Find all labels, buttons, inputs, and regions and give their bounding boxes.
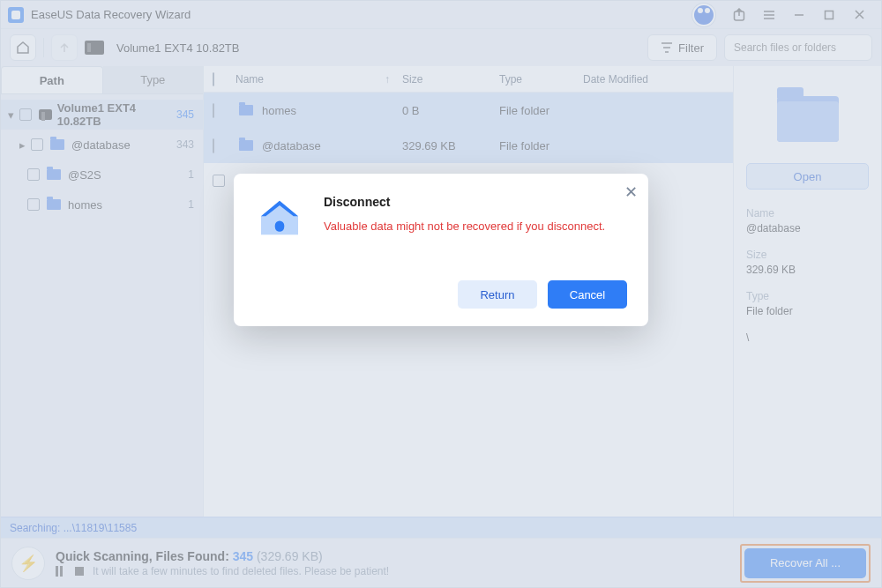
modal-message: Valuable data might not be recovered if …	[324, 220, 627, 233]
disconnect-dialog: ✕ Disconnect Valuable data might not be …	[234, 174, 648, 326]
svg-rect-3	[275, 221, 285, 232]
cancel-button[interactable]: Cancel	[548, 280, 627, 309]
modal-title: Disconnect	[324, 195, 627, 209]
app-window: EaseUS Data Recovery Wizard Volume1 EXT4…	[0, 0, 882, 588]
return-button[interactable]: Return	[458, 280, 537, 309]
modal-scrim[interactable]: ✕ Disconnect Valuable data might not be …	[1, 1, 881, 587]
home-icon	[255, 193, 304, 245]
close-icon[interactable]: ✕	[624, 182, 638, 202]
